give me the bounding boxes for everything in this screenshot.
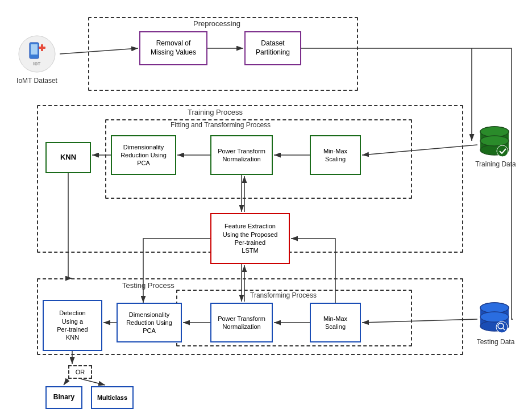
testing-process-label: Testing Process xyxy=(122,281,174,290)
feature-extraction-box: Feature Extraction Using the Proposed Pe… xyxy=(210,213,290,264)
minmax-test-box: Min-Max Scaling xyxy=(310,303,361,342)
dim-reduction-test-box: Dimensionality Reduction Using PCA xyxy=(117,303,182,342)
minmax-train-box: Min-Max Scaling xyxy=(310,135,361,175)
removal-missing-label: Removal of Missing Values xyxy=(151,39,196,57)
preprocessing-label: Preprocessing xyxy=(193,19,240,28)
svg-rect-2 xyxy=(31,44,38,55)
training-data-label: Training Data xyxy=(473,160,518,168)
binary-box: Binary xyxy=(45,386,82,409)
fitting-transform-label: Fitting and Transforming Process xyxy=(171,121,271,129)
testing-data-icon xyxy=(477,301,512,337)
svg-rect-4 xyxy=(41,44,43,51)
knn-label: KNN xyxy=(60,153,76,162)
iomt-icon: IoT xyxy=(17,34,57,74)
minmax-train-label: Min-Max Scaling xyxy=(323,147,347,164)
power-transform-train-box: Power Transform Normalization xyxy=(210,135,273,175)
or-box: OR xyxy=(68,365,92,379)
power-transform-test-label: Power Transform Normalization xyxy=(218,315,265,331)
detection-knn-label: Detection Using a Per-trained KNN xyxy=(57,309,88,341)
training-process-label: Training Process xyxy=(188,108,243,116)
power-transform-test-box: Power Transform Normalization xyxy=(210,303,273,342)
knn-box: KNN xyxy=(45,142,91,173)
svg-point-11 xyxy=(497,145,508,157)
svg-line-39 xyxy=(81,379,105,385)
dataset-partitioning-label: Dataset Partitioning xyxy=(256,39,290,57)
multiclass-box: Multiclass xyxy=(91,386,134,409)
svg-text:IoT: IoT xyxy=(33,61,41,66)
minmax-test-label: Min-Max Scaling xyxy=(323,315,347,331)
dim-reduction-train-label: Dimensionality Reduction Using PCA xyxy=(120,143,167,168)
diagram: IoT IoMT Dataset Preprocessing Removal o… xyxy=(0,0,532,418)
transforming-process-label: Transforming Process xyxy=(250,291,317,299)
detection-knn-box: Detection Using a Per-trained KNN xyxy=(43,300,102,351)
svg-point-16 xyxy=(480,312,509,322)
feature-extraction-label: Feature Extraction Using the Proposed Pe… xyxy=(223,222,278,254)
power-transform-train-label: Power Transform Normalization xyxy=(218,147,265,164)
training-data-icon xyxy=(477,125,512,161)
binary-label: Binary xyxy=(53,393,74,402)
or-label: OR xyxy=(76,369,85,375)
removal-missing-box: Removal of Missing Values xyxy=(139,31,207,65)
multiclass-label: Multiclass xyxy=(97,394,127,402)
dim-reduction-test-label: Dimensionality Reduction Using PCA xyxy=(126,311,172,335)
testing-data-label: Testing Data xyxy=(473,338,518,346)
dataset-partitioning-box: Dataset Partitioning xyxy=(244,31,301,65)
dim-reduction-train-box: Dimensionality Reduction Using PCA xyxy=(111,135,176,175)
iomt-label: IoMT Dataset xyxy=(11,77,63,85)
svg-point-10 xyxy=(480,136,509,146)
preprocessing-container xyxy=(88,17,358,91)
svg-line-38 xyxy=(64,379,68,385)
